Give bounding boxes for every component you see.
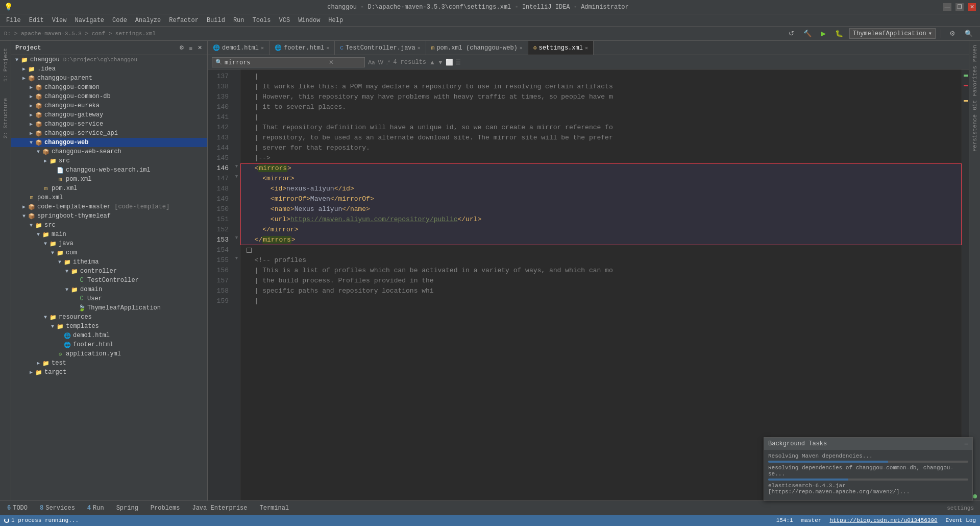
- tab-java-enterprise[interactable]: Java Enterprise: [187, 503, 252, 513]
- tree-item-changgou[interactable]: ▼ 📁 changgou D:\project\cg\changgou: [11, 55, 207, 64]
- event-log[interactable]: Event Log: [946, 517, 976, 523]
- tree-item-changgou-common[interactable]: ▶ 📦 changgou-common: [11, 83, 207, 92]
- menu-tools[interactable]: Tools: [249, 16, 275, 25]
- tree-item-changgou-service[interactable]: ▶ 📦 changgou-service: [11, 119, 207, 129]
- search-word-button[interactable]: W: [378, 59, 383, 65]
- maximize-button[interactable]: ❐: [955, 3, 964, 11]
- menu-analyze[interactable]: Analyze: [131, 16, 165, 25]
- tab-settings[interactable]: ⚙ settings.xml ✕: [528, 41, 594, 55]
- menu-vcs[interactable]: VCS: [275, 16, 295, 25]
- tab-todo[interactable]: 6 TODO: [2, 503, 33, 513]
- tree-item-changgou-web-search[interactable]: ▼ 📦 changgou-web-search: [11, 147, 207, 156]
- tree-item-code-template[interactable]: ▶ 📦 code-template-master [code-template]: [11, 202, 207, 211]
- search-input[interactable]: [225, 59, 327, 66]
- menu-code[interactable]: Code: [108, 16, 131, 25]
- tree-item-changgou-eureka[interactable]: ▶ 📦 changgou-eureka: [11, 101, 207, 110]
- tree-item-target[interactable]: ▶ 📁 target: [11, 368, 207, 377]
- minimize-button[interactable]: —: [943, 3, 951, 11]
- fold-147[interactable]: ▼: [233, 172, 240, 182]
- menu-navigate[interactable]: Navigate: [70, 16, 108, 25]
- tree-item-itheima[interactable]: ▼ 📁 itheima: [11, 257, 207, 267]
- tree-item-resources[interactable]: ▼ 📁 resources: [11, 313, 207, 322]
- tree-item-pom-search[interactable]: ▶ m pom.xml: [11, 175, 207, 184]
- tree-item-pom-root[interactable]: ▶ m pom.xml: [11, 193, 207, 202]
- tree-item-demo1[interactable]: ▶ 🌐 demo1.html: [11, 331, 207, 340]
- menu-window[interactable]: Window: [294, 16, 324, 25]
- menu-refactor[interactable]: Refactor: [165, 16, 203, 25]
- maven-panel-label[interactable]: Maven: [971, 43, 979, 64]
- tree-item-pom-web[interactable]: ▶ m pom.xml: [11, 184, 207, 193]
- debug-button[interactable]: 🐛: [832, 29, 846, 38]
- tab-close-icon[interactable]: ✕: [418, 45, 421, 51]
- tab-run[interactable]: 4 Run: [82, 503, 109, 513]
- tree-item-com[interactable]: ▼ 📁 com: [11, 248, 207, 257]
- fold-146[interactable]: ▼: [233, 161, 240, 172]
- git-panel-label[interactable]: Git: [971, 98, 979, 112]
- tree-item-changgou-web-search-iml[interactable]: ▶ 📄 changgou-web-search.iml: [11, 165, 207, 175]
- tree-item-changgou-service-api[interactable]: ▶ 📦 changgou-service_api: [11, 129, 207, 138]
- tree-item-idea[interactable]: ▶ 📁 .idea: [11, 64, 207, 74]
- build-button[interactable]: 🔨: [800, 29, 815, 38]
- tree-item-thymeleaf-app[interactable]: ▶ 🍃 ThymeleafApplication: [11, 303, 207, 313]
- bg-tasks-close-button[interactable]: −: [964, 440, 968, 448]
- tree-item-changgou-parent[interactable]: ▶ 📦 changgou-parent: [11, 74, 207, 83]
- tree-item-test-controller[interactable]: ▶ C TestController: [11, 276, 207, 285]
- menu-build[interactable]: Build: [203, 16, 229, 25]
- tree-item-src-main[interactable]: ▼ 📁 src: [11, 221, 207, 230]
- tree-item-changgou-web[interactable]: ▼ 📦 changgou-web: [11, 138, 207, 147]
- persistence-label[interactable]: Persistence: [971, 112, 979, 154]
- fold-153[interactable]: ▼: [233, 233, 240, 243]
- sidebar-close-button[interactable]: ✕: [197, 44, 203, 51]
- sync-button[interactable]: ↺: [786, 29, 797, 38]
- menu-run[interactable]: Run: [229, 16, 249, 25]
- tab-footer[interactable]: 🌐 footer.html ✕: [270, 41, 335, 55]
- tab-demo1[interactable]: 🌐 demo1.html ✕: [208, 41, 270, 55]
- settings-button[interactable]: ⚙: [946, 29, 959, 38]
- tab-close-icon[interactable]: ✕: [261, 45, 264, 51]
- tree-item-controller[interactable]: ▼ 📁 controller: [11, 267, 207, 276]
- tree-item-java[interactable]: ▼ 📁 java: [11, 239, 207, 248]
- code-content[interactable]: | | It works like this: a POM may declar…: [240, 69, 962, 500]
- project-panel-label[interactable]: 1: Project: [2, 45, 10, 85]
- fold-155[interactable]: ▼: [233, 253, 240, 264]
- menu-view[interactable]: View: [48, 16, 71, 25]
- search-next-button[interactable]: ▼: [437, 59, 444, 66]
- tree-item-src[interactable]: ▶ 📁 src: [11, 156, 207, 165]
- tab-close-icon[interactable]: ✕: [585, 45, 588, 51]
- search-prev-button[interactable]: ▲: [429, 59, 435, 66]
- url-link[interactable]: https://blog.csdn.net/u013456390: [829, 517, 937, 523]
- cursor-position[interactable]: 154:1: [776, 517, 793, 523]
- tree-item-main[interactable]: ▼ 📁 main: [11, 230, 207, 239]
- favorites-panel-label[interactable]: Favorites: [971, 64, 979, 98]
- search-regex-button[interactable]: .*: [386, 59, 390, 65]
- tree-item-changgou-gateway[interactable]: ▶ 📦 changgou-gateway: [11, 110, 207, 119]
- menu-file[interactable]: File: [2, 16, 25, 25]
- search-filter-button[interactable]: ☰: [455, 59, 461, 66]
- sidebar-settings-button[interactable]: ⚙: [178, 44, 185, 51]
- tree-item-user[interactable]: ▶ C User: [11, 294, 207, 303]
- tab-services[interactable]: 8 Services: [35, 503, 80, 513]
- tree-item-changgou-common-db[interactable]: ▶ 📦 changgou-common-db: [11, 92, 207, 101]
- menu-help[interactable]: Help: [324, 16, 347, 25]
- menu-edit[interactable]: Edit: [25, 16, 48, 25]
- tab-problems[interactable]: Problems: [145, 503, 185, 513]
- structure-panel-label[interactable]: 2: Structure: [2, 95, 10, 141]
- tree-item-templates[interactable]: ▼ 📁 templates: [11, 322, 207, 331]
- search-input-wrap[interactable]: 🔍 ✕: [212, 57, 365, 67]
- sidebar-collapse-button[interactable]: ≡: [188, 44, 193, 51]
- tab-test-controller[interactable]: C TestController.java ✕: [335, 41, 426, 55]
- close-button[interactable]: ✕: [968, 3, 976, 11]
- tree-item-test[interactable]: ▶ 📁 test: [11, 358, 207, 368]
- tab-spring[interactable]: Spring: [111, 503, 143, 513]
- tree-item-footer[interactable]: ▶ 🌐 footer.html: [11, 340, 207, 349]
- search-button[interactable]: 🔍: [962, 29, 976, 38]
- tree-item-springboot-thymeleaf[interactable]: ▼ 📦 springboot-thymeleaf: [11, 211, 207, 221]
- search-expand-button[interactable]: ⬜: [446, 59, 453, 66]
- tab-pom-web[interactable]: m pom.xml (changgou-web) ✕: [426, 41, 528, 55]
- search-clear-button[interactable]: ✕: [329, 59, 334, 66]
- run-button[interactable]: ▶: [818, 29, 829, 38]
- tree-item-application-yml[interactable]: ▶ ⚙ application.yml: [11, 349, 207, 358]
- search-options-button[interactable]: Aa: [368, 59, 375, 65]
- tree-item-domain[interactable]: ▼ 📁 domain: [11, 285, 207, 294]
- tab-terminal[interactable]: Terminal: [255, 503, 295, 513]
